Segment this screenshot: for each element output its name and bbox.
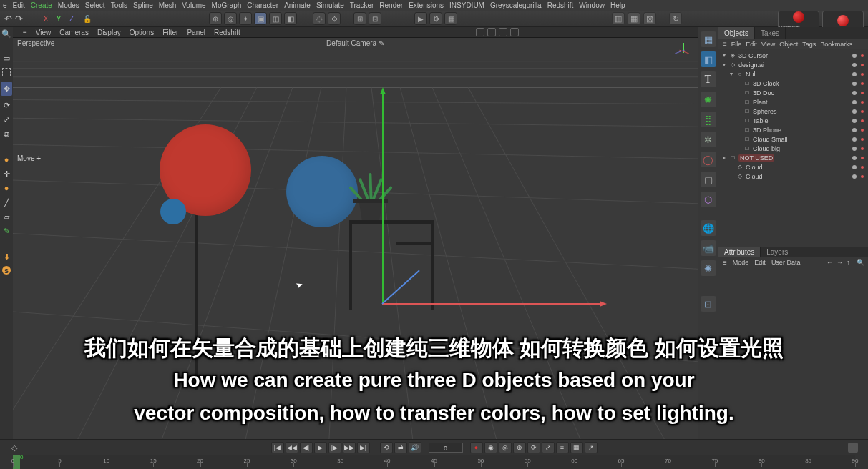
menu-redshift[interactable]: Redshift: [547, 1, 574, 9]
edge-mode-icon[interactable]: ╱: [1, 197, 11, 207]
workplane-icon[interactable]: ⊡: [369, 12, 381, 25]
am-burger-icon[interactable]: ≡: [723, 259, 727, 267]
object-tree[interactable]: ▾◈3D Cursor▾◇design.ai▾○Null□3D Clock□3D…: [718, 49, 868, 247]
tl-range-icon[interactable]: ⇄: [394, 442, 407, 453]
object-row[interactable]: □Cloud big: [718, 144, 868, 153]
coord-camera-icon[interactable]: ▣: [254, 12, 267, 25]
tl-nextframe-icon[interactable]: |▶: [328, 442, 341, 453]
menu-gsg[interactable]: Greyscalegorilla: [490, 1, 542, 9]
menu-insydium[interactable]: INSYDIUM: [449, 1, 484, 9]
tl-motion-icon[interactable]: ↗: [585, 442, 598, 453]
menu-window[interactable]: Window: [579, 1, 605, 9]
object-row[interactable]: ▾◇design.ai: [718, 60, 868, 69]
menu-edit[interactable]: Edit: [13, 1, 25, 9]
tl-key-icon[interactable]: ◇: [10, 443, 19, 452]
object-row[interactable]: □Table: [718, 116, 868, 125]
menu-modes[interactable]: Modes: [58, 1, 79, 9]
viewport-perspective[interactable]: ≡ View Cameras Display Options Filter Pa…: [13, 27, 698, 454]
object-row[interactable]: ▸□NOT USED: [718, 153, 868, 162]
menu-extensions[interactable]: Extensions: [409, 1, 444, 9]
menu-mesh[interactable]: Mesh: [159, 1, 176, 9]
layout-2-icon[interactable]: ▦: [628, 12, 640, 25]
tl-record-icon[interactable]: ●: [470, 442, 483, 453]
om-view[interactable]: View: [761, 41, 775, 48]
substance-icon[interactable]: s: [2, 266, 11, 275]
layout-1-icon[interactable]: ▥: [612, 12, 625, 25]
tl-prevframe-icon[interactable]: ◀|: [300, 442, 313, 453]
asset-browser-icon[interactable]: ⊡: [701, 296, 716, 312]
object-row[interactable]: ▾○Null: [718, 69, 868, 79]
menu-tools[interactable]: Tools: [111, 1, 127, 9]
move-tool-icon[interactable]: ✥: [1, 82, 12, 96]
menu-help[interactable]: Help: [610, 1, 625, 9]
object-row[interactable]: □Cloud Small: [718, 134, 868, 144]
axis-tool-icon[interactable]: ✛: [1, 169, 11, 179]
search-icon[interactable]: 🔍: [1, 29, 11, 39]
globe-icon[interactable]: 🌐: [701, 220, 716, 236]
tl-nextkey-icon[interactable]: ▶▶: [343, 442, 356, 453]
om-bookmarks[interactable]: Bookmarks: [820, 41, 852, 48]
menu-e[interactable]: e: [3, 1, 7, 9]
lock-icon[interactable]: 🔓: [83, 15, 92, 23]
rotate-tool-icon[interactable]: ⟳: [1, 100, 11, 110]
tl-pos-icon[interactable]: ⊕: [513, 442, 526, 453]
tab-objects[interactable]: Objects: [718, 27, 755, 39]
live-select-icon[interactable]: ▭: [1, 53, 11, 63]
am-fwd-icon[interactable]: →: [837, 259, 844, 266]
menu-create[interactable]: Create: [31, 1, 52, 9]
refresh-icon[interactable]: ↻: [669, 12, 682, 25]
tag-icon[interactable]: ▢: [701, 172, 716, 187]
menu-simulate[interactable]: Simulate: [316, 1, 344, 9]
menu-animate[interactable]: Animate: [284, 1, 311, 9]
object-row[interactable]: ◇Cloud: [718, 172, 868, 181]
recent-tool-icon[interactable]: ●: [1, 154, 11, 164]
picture-viewer-icon[interactable]: ▦: [444, 12, 457, 25]
text-icon[interactable]: T: [701, 71, 716, 87]
coord-world-icon[interactable]: ⊕: [209, 12, 222, 25]
layout-3-icon[interactable]: ▧: [643, 12, 656, 25]
redo-button[interactable]: ↷: [15, 14, 23, 24]
render-settings-icon[interactable]: ⚙: [429, 12, 442, 25]
tab-attributes[interactable]: Attributes: [718, 247, 761, 257]
tl-start-icon[interactable]: |◀: [271, 442, 284, 453]
snap-toggle-icon[interactable]: ◌: [313, 12, 326, 25]
om-file[interactable]: File: [731, 41, 742, 48]
object-row[interactable]: □Spheres: [718, 107, 868, 116]
xpresso-icon[interactable]: ⬡: [701, 192, 716, 207]
tl-loop-icon[interactable]: ⟲: [380, 442, 393, 453]
tl-rot-icon[interactable]: ⟳: [527, 442, 540, 453]
am-edit[interactable]: Edit: [754, 259, 766, 267]
camera-icon[interactable]: 📹: [701, 240, 716, 256]
axis-y-toggle[interactable]: Y: [53, 15, 64, 23]
timeline-track[interactable]: 0 051015202530354045505560657075808590: [13, 455, 855, 469]
poly-mode-icon[interactable]: ▱: [1, 212, 11, 222]
subdivision-icon[interactable]: ✺: [701, 92, 716, 107]
om-edit[interactable]: Edit: [746, 41, 757, 48]
tl-prevkey-icon[interactable]: ◀◀: [286, 442, 298, 453]
magnet-tool-icon[interactable]: ⧉: [1, 129, 11, 139]
am-up-icon[interactable]: ↑: [847, 259, 854, 266]
tab-takes[interactable]: Takes: [755, 27, 786, 39]
tl-sound-icon[interactable]: 🔊: [409, 442, 421, 453]
tl-keysel-icon[interactable]: ◎: [499, 442, 512, 453]
select-rect-icon[interactable]: [1, 67, 11, 77]
grid-snap-icon[interactable]: ⊞: [353, 12, 366, 25]
menu-tracker[interactable]: Tracker: [350, 1, 374, 9]
menu-character[interactable]: Character: [247, 1, 278, 9]
om-burger-icon[interactable]: ≡: [723, 40, 727, 48]
axis-z-toggle[interactable]: Z: [66, 15, 77, 23]
layout-icon[interactable]: ▦: [701, 31, 716, 47]
menu-spline[interactable]: Spline: [133, 1, 153, 9]
object-row[interactable]: □3D Phone: [718, 125, 868, 134]
menu-mograph[interactable]: MoGraph: [212, 1, 242, 9]
import-icon[interactable]: ⬇: [1, 252, 11, 262]
tl-play-icon[interactable]: ▶: [314, 442, 327, 453]
menu-select[interactable]: Select: [85, 1, 105, 9]
coord-object-icon[interactable]: ◎: [224, 12, 237, 25]
object-row[interactable]: □3D Doc: [718, 88, 868, 97]
cloner-icon[interactable]: ⣿: [701, 112, 716, 127]
object-row[interactable]: ◇Cloud: [718, 162, 868, 172]
coord-parent-icon[interactable]: ◧: [284, 12, 297, 25]
menu-render[interactable]: Render: [379, 1, 403, 9]
object-row[interactable]: ▾◈3D Cursor: [718, 51, 868, 60]
